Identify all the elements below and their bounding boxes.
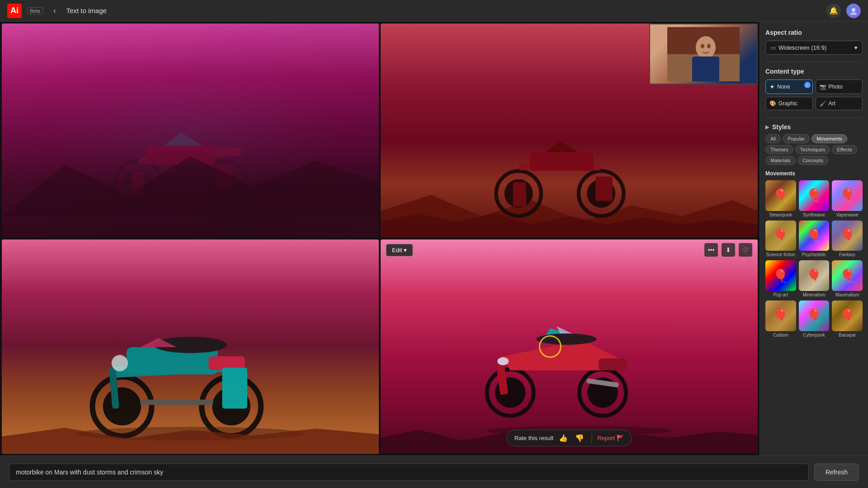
- style-label-scifi: Science fiction: [765, 252, 796, 258]
- styles-arrow: ▶: [765, 124, 769, 130]
- svg-rect-28: [692, 56, 719, 81]
- style-label-cubism: Cubism: [765, 333, 796, 338]
- rate-label: Rate this result: [514, 435, 554, 441]
- report-icon: 🚩: [617, 435, 624, 441]
- style-fantasy[interactable]: 🎈 Fantasy: [832, 221, 863, 258]
- styles-filters: All Popular Movements Themes Techniques …: [765, 134, 863, 165]
- filter-themes[interactable]: Themes: [765, 145, 793, 154]
- style-thumb-psychedelic: 🎈: [799, 221, 830, 251]
- webcam-overlay: [649, 23, 758, 84]
- heart-button[interactable]: ♡: [739, 243, 752, 257]
- content-type-title: Content type: [765, 68, 863, 75]
- ct-art-label: Art: [829, 100, 835, 107]
- filter-all[interactable]: All: [765, 134, 781, 143]
- style-synthwave[interactable]: 🎈 Synthwave: [799, 180, 830, 218]
- adobe-logo: Ai: [7, 4, 22, 18]
- image-area: Edit ▾ ••• ⬇ ♡ Rate this result 👍 👎 Repo…: [0, 22, 760, 455]
- prompt-input[interactable]: [9, 464, 809, 481]
- style-thumb-popart: 🎈: [765, 260, 796, 291]
- svg-rect-54: [599, 358, 627, 371]
- style-cubism[interactable]: 🎈 Cubism: [765, 300, 796, 338]
- style-thumb-cyberpunk: 🎈: [799, 300, 830, 331]
- style-vaporwave[interactable]: 🎈 Vaporwave: [832, 180, 863, 218]
- content-type-photo[interactable]: 📷 Photo: [816, 80, 863, 94]
- refresh-button[interactable]: Refresh: [814, 464, 859, 481]
- edit-toolbar-right: ••• ⬇ ♡: [704, 243, 752, 257]
- style-label-synthwave: Synthwave: [799, 212, 830, 218]
- filter-techniques[interactable]: Techniques: [795, 145, 830, 154]
- style-thumb-scifi: 🎈: [765, 221, 796, 251]
- styles-title: Styles: [772, 123, 791, 131]
- svg-rect-21: [530, 152, 594, 170]
- style-label-maximalism: Maximalism: [832, 292, 863, 298]
- style-scifi[interactable]: 🎈 Science fiction: [765, 221, 796, 258]
- svg-marker-45: [2, 428, 379, 454]
- content-type-none[interactable]: ✦ None ✓: [765, 80, 813, 94]
- style-label-minimalism: Minimalism: [799, 292, 830, 298]
- right-panel: Aspect ratio ▭ Widescreen (16:9) ▾ Conte…: [760, 22, 868, 455]
- main-layout: Edit ▾ ••• ⬇ ♡ Rate this result 👍 👎 Repo…: [0, 22, 868, 455]
- style-thumb-cubism: 🎈: [765, 300, 796, 331]
- style-baroque[interactable]: 🎈 Baroque: [832, 300, 863, 338]
- style-popart[interactable]: 🎈 Pop art: [765, 260, 796, 298]
- edit-label: Edit: [392, 247, 402, 253]
- ct-none-label: None: [777, 84, 790, 90]
- ct-photo-icon: 📷: [820, 84, 826, 90]
- image-cell-top-right[interactable]: [381, 23, 758, 238]
- filter-movements[interactable]: Movements: [811, 134, 847, 143]
- content-type-grid: ✦ None ✓ 📷 Photo 🎨 Graphic 🖌️ Art: [765, 80, 863, 110]
- aspect-ratio-icon: ▭: [770, 44, 776, 51]
- edit-button[interactable]: Edit ▾: [386, 244, 413, 256]
- beta-badge: Beta: [27, 7, 43, 14]
- more-options-button[interactable]: •••: [704, 243, 718, 257]
- download-button[interactable]: ⬇: [722, 243, 735, 257]
- svg-point-29: [701, 44, 704, 48]
- style-thumb-fantasy: 🎈: [832, 221, 863, 251]
- styles-header: ▶ Styles: [765, 123, 863, 131]
- report-button[interactable]: Report 🚩: [597, 435, 624, 441]
- edit-chevron: ▾: [404, 247, 407, 253]
- filter-materials[interactable]: Materials: [765, 156, 796, 165]
- bottom-bar: Refresh: [0, 455, 868, 488]
- top-bar-right: 🔔: [826, 4, 861, 18]
- style-cyberpunk[interactable]: 🎈 Cyberpunk: [799, 300, 830, 338]
- thumbup-button[interactable]: 👍: [557, 433, 570, 443]
- style-thumb-maximalism: 🎈: [832, 260, 863, 291]
- svg-point-27: [696, 36, 716, 59]
- ct-graphic-label: Graphic: [778, 100, 797, 107]
- aspect-ratio-value: Widescreen (16:9): [778, 44, 826, 51]
- content-type-art[interactable]: 🖌️ Art: [816, 97, 863, 110]
- style-minimalism[interactable]: 🎈 Minimalism: [799, 260, 830, 298]
- image-cell-bottom-right[interactable]: Edit ▾ ••• ⬇ ♡ Rate this result 👍 👎 Repo…: [381, 239, 758, 454]
- divider-2: [765, 117, 863, 118]
- style-thumb-vaporwave: 🎈: [832, 180, 863, 211]
- aspect-ratio-title: Aspect ratio: [765, 29, 863, 36]
- style-maximalism[interactable]: 🎈 Maximalism: [832, 260, 863, 298]
- content-type-graphic[interactable]: 🎨 Graphic: [765, 97, 813, 110]
- top-bar: Ai Beta ‹ Text to image 🔔: [0, 0, 868, 22]
- svg-rect-22: [513, 182, 526, 206]
- filter-popular[interactable]: Popular: [783, 134, 810, 143]
- svg-marker-13: [2, 156, 379, 216]
- filter-effects[interactable]: Effects: [832, 145, 857, 154]
- notification-button[interactable]: 🔔: [826, 4, 841, 18]
- style-label-psychedelic: Psychedelic: [799, 252, 830, 258]
- image-cell-top-left[interactable]: [2, 23, 379, 238]
- style-psychedelic[interactable]: 🎈 Psychedelic: [799, 221, 830, 258]
- style-grid: 🎈 Steampunk 🎈 Synthwave 🎈 Vaporwave 🎈: [765, 180, 863, 338]
- filter-concepts[interactable]: Concepts: [797, 156, 828, 165]
- ct-none-check: ✓: [804, 82, 811, 88]
- back-button[interactable]: ‹: [48, 5, 61, 17]
- separator: [591, 434, 592, 443]
- edit-toolbar: Edit ▾ ••• ⬇ ♡: [381, 243, 758, 257]
- ct-graphic-icon: 🎨: [769, 100, 776, 107]
- style-steampunk[interactable]: 🎈 Steampunk: [765, 180, 796, 218]
- avatar[interactable]: [846, 4, 861, 18]
- svg-point-0: [852, 8, 855, 12]
- ct-art-icon: 🖌️: [820, 100, 826, 107]
- style-label-cyberpunk: Cyberpunk: [799, 333, 830, 338]
- thumbdown-button[interactable]: 👎: [573, 433, 586, 443]
- style-label-vaporwave: Vaporwave: [832, 212, 863, 218]
- aspect-ratio-select[interactable]: ▭ Widescreen (16:9) ▾: [765, 41, 863, 55]
- image-cell-bottom-left[interactable]: [2, 239, 379, 454]
